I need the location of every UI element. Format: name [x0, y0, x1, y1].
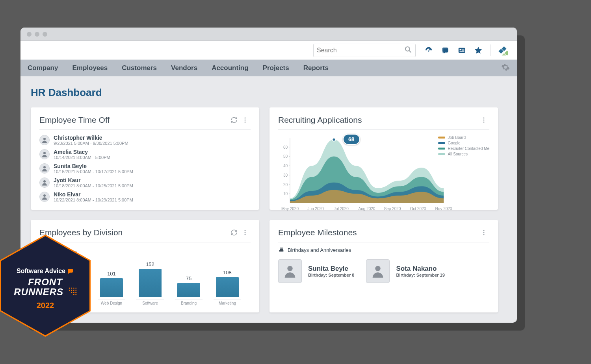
timeoff-item[interactable]: Christopher Wilkie9/23/2021 5:00AM - 9/3… — [39, 134, 251, 146]
search-icon[interactable] — [404, 46, 412, 55]
avatar — [39, 192, 50, 202]
svg-text:50: 50 — [283, 154, 288, 159]
recruiting-legend: Job BoardGoogleRecruiter Contacted MeAll… — [438, 135, 489, 156]
nav-projects[interactable]: Projects — [263, 64, 289, 72]
timeoff-time: 9/23/2021 5:00AM - 9/30/2021 5:00PM — [54, 141, 128, 146]
timeoff-item[interactable]: Sunita Beyle10/15/2021 5:00AM - 10/17/20… — [39, 162, 251, 175]
bar-label: Web Design — [98, 299, 125, 305]
bar-column: 75Branding — [175, 275, 203, 305]
svg-point-20 — [43, 194, 46, 197]
svg-point-45 — [245, 230, 246, 231]
svg-point-13 — [245, 117, 246, 118]
legend-item: Job Board — [438, 135, 489, 140]
traffic-close-icon[interactable] — [27, 32, 32, 37]
timeoff-name: Amelia Stacy — [54, 149, 110, 155]
svg-text:40: 40 — [283, 164, 288, 168]
bar-rect — [177, 283, 200, 297]
nav-vendors[interactable]: Vendors — [171, 64, 197, 72]
milestones-subtitle-row: Birthdays and Anniversaries — [278, 246, 489, 254]
bar-label: Marketing — [214, 299, 241, 305]
more-icon[interactable] — [478, 227, 489, 238]
bar-rect — [139, 269, 162, 297]
news-icon[interactable] — [455, 44, 468, 57]
card-timeoff: Employee Time Off Christopher Wilkie9/23… — [31, 107, 259, 210]
milestone-item[interactable]: Sunita BeyleBirthday: September 8 — [278, 259, 354, 283]
svg-text:Sep 2020: Sep 2020 — [384, 207, 401, 211]
svg-text:30: 30 — [283, 173, 288, 177]
svg-rect-5 — [460, 49, 462, 50]
svg-point-57 — [71, 288, 72, 289]
more-icon[interactable] — [240, 227, 251, 238]
timeoff-item[interactable]: Niko Elvar10/22/2021 8:00AM - 10/29/2021… — [39, 190, 251, 203]
search-input[interactable] — [317, 47, 404, 54]
bar-rect — [100, 278, 123, 297]
nav-reports[interactable]: Reports — [303, 64, 329, 72]
nav-customers[interactable]: Customers — [122, 64, 157, 72]
search-box[interactable] — [313, 44, 416, 57]
svg-point-0 — [405, 46, 410, 51]
timeoff-item[interactable]: Jyoti Kaur10/18/2021 8:00AM - 10/25/2021… — [39, 176, 251, 189]
timeoff-name: Niko Elvar — [54, 191, 133, 198]
cake-icon — [278, 246, 284, 254]
avatar — [278, 259, 302, 283]
card-recruiting: Recruiting Applications 102030405060May … — [269, 107, 498, 210]
svg-point-47 — [245, 234, 246, 235]
badge-brand: Software Advice — [17, 268, 74, 275]
bar-column: 101Web Design — [98, 271, 125, 305]
nav-company[interactable]: Company — [28, 64, 58, 72]
star-icon[interactable] — [472, 44, 485, 57]
window-titlebar — [20, 28, 517, 41]
svg-text:60: 60 — [283, 145, 288, 150]
traffic-minimize-icon[interactable] — [35, 32, 39, 37]
svg-point-21 — [483, 117, 485, 118]
svg-point-62 — [73, 290, 74, 291]
svg-point-53 — [282, 248, 282, 248]
more-icon[interactable] — [240, 115, 251, 126]
svg-point-60 — [69, 290, 70, 291]
timeoff-name: Sunita Beyle — [54, 163, 133, 169]
more-icon[interactable] — [478, 115, 489, 126]
svg-point-65 — [73, 292, 74, 293]
traffic-zoom-icon[interactable] — [43, 32, 47, 37]
timeoff-time: 10/18/2021 8:00AM - 10/25/2021 5:00PM — [54, 183, 133, 188]
refresh-icon[interactable] — [229, 227, 240, 238]
timeoff-name: Jyoti Kaur — [54, 177, 133, 183]
svg-text:10: 10 — [283, 192, 288, 196]
award-badge: Software Advice FRONTRUNNERS 2022 — [0, 235, 91, 337]
milestone-date: Birthday: September 8 — [308, 273, 354, 277]
svg-point-14 — [245, 120, 246, 121]
legend-item: All Sources — [438, 152, 489, 156]
bar-value: 75 — [186, 275, 191, 281]
timeoff-name: Christopher Wilkie — [54, 135, 128, 141]
timeoff-title: Employee Time Off — [39, 115, 229, 125]
svg-point-23 — [483, 122, 485, 123]
timeoff-time: 10/15/2021 5:00AM - 10/17/2021 5:00PM — [54, 169, 133, 174]
nav-employees[interactable]: Employees — [72, 64, 108, 72]
timeoff-list: Christopher Wilkie9/23/2021 5:00AM - 9/3… — [39, 134, 251, 203]
chat-icon[interactable] — [439, 44, 452, 57]
badge-dots-icon — [68, 287, 77, 297]
avatar — [39, 177, 50, 188]
svg-text:Oct 2020: Oct 2020 — [410, 207, 426, 211]
milestone-item[interactable]: Sota NakanoBirthday: September 19 — [366, 259, 444, 283]
timeoff-item[interactable]: Amelia Stacy10/14/2021 8:00AM - 5:00PM — [39, 148, 251, 161]
refresh-icon[interactable] — [229, 115, 240, 126]
badge-title: FRONTRUNNERS — [14, 277, 76, 297]
bar-value: 101 — [107, 271, 116, 277]
svg-rect-6 — [462, 49, 465, 49]
svg-point-55 — [375, 266, 381, 271]
svg-point-63 — [75, 290, 76, 291]
milestone-date: Birthday: September 19 — [396, 273, 444, 277]
app-logo-icon[interactable] — [496, 44, 510, 57]
content-area: HR Dashboard Employee Time Off Christoph… — [20, 76, 517, 323]
svg-point-64 — [71, 292, 72, 293]
svg-point-46 — [245, 232, 246, 233]
bar-column: 152Software — [136, 261, 164, 305]
avatar — [39, 163, 50, 174]
nav-accounting[interactable]: Accounting — [212, 64, 249, 72]
legend-item: Google — [438, 141, 489, 145]
svg-text:Jul 2020: Jul 2020 — [334, 207, 349, 211]
badge-year: 2022 — [37, 301, 54, 310]
dashboard-icon[interactable] — [422, 44, 435, 57]
settings-gear-icon[interactable] — [501, 63, 510, 74]
